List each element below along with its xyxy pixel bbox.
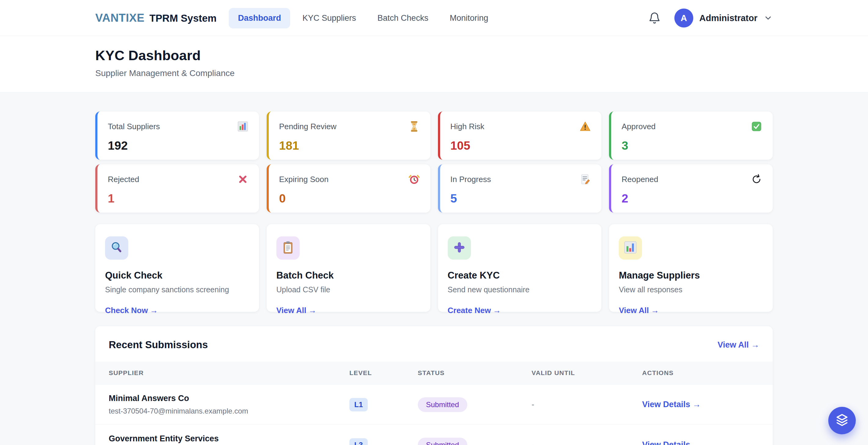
stat-value: 3 xyxy=(622,139,762,152)
clipboard-icon xyxy=(281,241,295,256)
layers-fab-button[interactable] xyxy=(828,407,856,434)
page-title: KYC Dashboard xyxy=(95,47,773,64)
reopen-icon xyxy=(751,173,762,185)
stat-card-pending-review: Pending Review 181 xyxy=(267,112,430,160)
action-title: Create KYC xyxy=(448,270,592,281)
stat-value: 105 xyxy=(451,139,591,152)
stat-value: 0 xyxy=(279,192,420,205)
check-icon xyxy=(751,121,762,132)
recent-submissions-title: Recent Submissions xyxy=(109,339,208,351)
stat-value: 192 xyxy=(108,139,249,152)
stat-card-in-progress: In Progress 5 xyxy=(438,164,602,213)
stat-label: Rejected xyxy=(108,175,139,184)
status-badge: Submitted xyxy=(418,438,467,445)
table-row: Minimal Answers Co test-370504-70@minima… xyxy=(95,384,773,424)
hourglass-icon xyxy=(408,121,420,132)
column-status: STATUS xyxy=(418,369,532,377)
valid-until-value: - xyxy=(531,400,642,409)
supplier-name: Minimal Answers Co xyxy=(109,394,349,403)
level-badge: L3 xyxy=(349,438,368,445)
status-badge: Submitted xyxy=(418,398,467,412)
stat-label: Approved xyxy=(622,122,655,131)
batch-view-all-link[interactable]: View All → xyxy=(276,306,421,315)
action-card-create-kyc[interactable]: Create KYC Send new questionnaire Create… xyxy=(438,224,602,312)
cross-icon xyxy=(237,173,249,185)
stat-card-reopened: Reopened 2 xyxy=(609,164,773,213)
top-navigation-bar: VANTIXE TPRM System Dashboard KYC Suppli… xyxy=(0,0,868,36)
action-description: Single company sanctions screening xyxy=(105,285,249,294)
bar-chart-icon xyxy=(237,121,249,132)
action-card-quick-check[interactable]: Quick Check Single company sanctions scr… xyxy=(95,224,259,312)
stat-value: 1 xyxy=(108,192,249,205)
plus-icon xyxy=(452,241,466,256)
stat-card-rejected: Rejected 1 xyxy=(95,164,259,213)
check-now-link[interactable]: Check Now → xyxy=(105,306,249,315)
column-valid-until: VALID UNTIL xyxy=(531,369,642,377)
user-name: Administrator xyxy=(700,13,757,23)
action-description: Send new questionnaire xyxy=(448,285,592,294)
action-title: Batch Check xyxy=(276,270,421,281)
nav-item-batch-checks[interactable]: Batch Checks xyxy=(368,8,438,28)
stat-card-expiring-soon: Expiring Soon 0 xyxy=(267,164,430,213)
stat-label: In Progress xyxy=(451,175,491,184)
memo-icon xyxy=(579,173,591,185)
create-new-link[interactable]: Create New → xyxy=(448,306,592,315)
nav-item-monitoring[interactable]: Monitoring xyxy=(440,8,497,28)
action-card-batch-check[interactable]: Batch Check Upload CSV file View All → xyxy=(267,224,430,312)
level-badge: L1 xyxy=(349,398,368,411)
stat-value: 181 xyxy=(279,139,420,152)
manage-view-all-link[interactable]: View All → xyxy=(619,306,763,315)
recent-view-all-link[interactable]: View All → xyxy=(717,340,759,350)
notifications-bell-icon[interactable] xyxy=(648,11,661,25)
chevron-down-icon xyxy=(764,13,773,23)
view-details-link[interactable]: View Details → xyxy=(642,440,759,445)
column-actions: ACTIONS xyxy=(642,369,759,377)
supplier-name: Government Entity Services xyxy=(109,434,349,443)
avatar: A xyxy=(674,8,693,28)
alarm-icon xyxy=(408,173,420,185)
column-supplier: SUPPLIER xyxy=(109,369,349,377)
app-logo: VANTIXE TPRM System xyxy=(95,11,217,25)
column-level: LEVEL xyxy=(349,369,418,377)
stat-label: Total Suppliers xyxy=(108,122,160,131)
stat-value: 2 xyxy=(622,192,762,205)
table-header-row: SUPPLIER LEVEL STATUS VALID UNTIL ACTION… xyxy=(95,361,773,384)
action-card-manage-suppliers[interactable]: Manage Suppliers View all responses View… xyxy=(609,224,773,312)
stat-label: Expiring Soon xyxy=(279,175,329,184)
stat-card-total-suppliers: Total Suppliers 192 xyxy=(95,112,259,160)
action-title: Manage Suppliers xyxy=(619,270,763,281)
valid-until-value: - xyxy=(531,440,642,445)
view-details-link[interactable]: View Details → xyxy=(642,400,759,409)
table-row: Government Entity Services test-370504-6… xyxy=(95,424,773,445)
stat-label: High Risk xyxy=(451,122,485,131)
user-menu[interactable]: A Administrator xyxy=(674,8,773,28)
stats-grid: Total Suppliers 192 Pending Review 181 H… xyxy=(95,112,773,213)
stat-label: Pending Review xyxy=(279,122,337,131)
stat-value: 5 xyxy=(451,192,591,205)
stat-card-high-risk: High Risk 105 xyxy=(438,112,602,160)
magnifier-icon xyxy=(110,241,124,256)
nav-item-dashboard[interactable]: Dashboard xyxy=(229,8,290,28)
action-title: Quick Check xyxy=(105,270,249,281)
supplier-email: test-370504-70@minimalans.example.com xyxy=(109,407,349,415)
action-description: Upload CSV file xyxy=(276,285,421,294)
logo-wordmark: VANTIXE xyxy=(95,11,145,25)
main-nav: Dashboard KYC Suppliers Batch Checks Mon… xyxy=(229,8,497,28)
page-header: KYC Dashboard Supplier Management & Comp… xyxy=(0,36,868,93)
recent-submissions-panel: Recent Submissions View All → SUPPLIER L… xyxy=(95,326,773,445)
action-description: View all responses xyxy=(619,285,763,294)
stat-label: Reopened xyxy=(622,175,658,184)
quick-actions-grid: Quick Check Single company sanctions scr… xyxy=(95,224,773,312)
page-subtitle: Supplier Management & Compliance xyxy=(95,68,773,78)
layers-icon xyxy=(835,413,849,428)
warning-icon xyxy=(579,121,591,132)
nav-item-kyc-suppliers[interactable]: KYC Suppliers xyxy=(293,8,365,28)
logo-suffix: TPRM System xyxy=(149,12,217,24)
chart-icon xyxy=(623,241,638,256)
stat-card-approved: Approved 3 xyxy=(609,112,773,160)
